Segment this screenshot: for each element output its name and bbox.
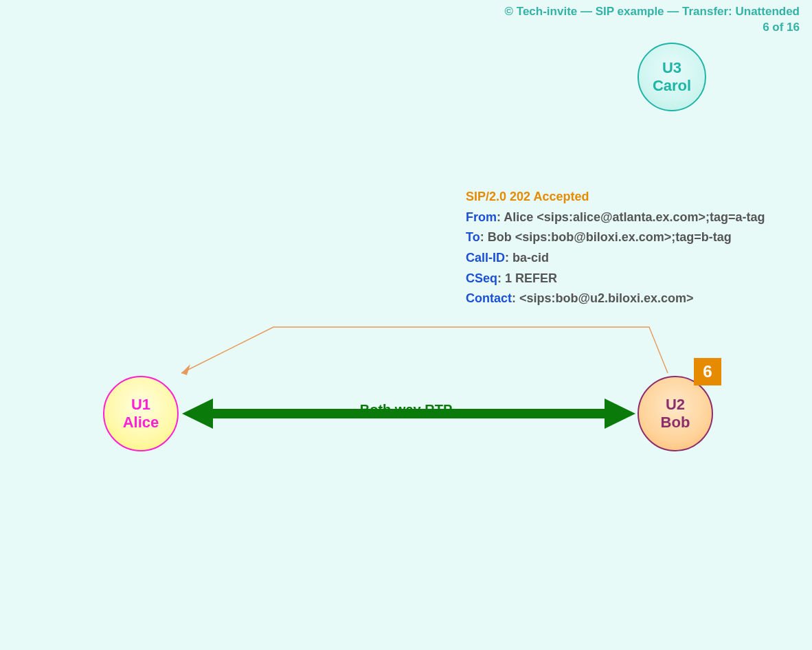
node-label: Carol [653,77,691,95]
header-title: © Tech-invite — SIP example — Transfer: … [505,4,800,20]
sip-header-key: To [466,230,480,244]
sip-header-key: From [466,210,497,224]
sip-header-row: Contact: <sips:bob@u2.biloxi.ex.com> [466,289,765,309]
sip-header-val: : Bob <sips:bob@biloxi.ex.com>;tag=b-tag [480,230,732,244]
sip-header-row: Call-ID: ba-cid [466,248,765,269]
sip-header-row: CSeq: 1 REFER [466,269,765,289]
header-page-count: 6 of 16 [505,20,800,36]
svg-marker-0 [181,364,190,375]
sip-header-val: : Alice <sips:alice@atlanta.ex.com>;tag=… [497,210,765,224]
sip-header-row: From: Alice <sips:alice@atlanta.ex.com>;… [466,208,765,228]
sip-header-key: CSeq [466,271,497,285]
sip-header-key: Contact [466,291,512,305]
step-number: 6 [703,362,712,381]
sip-header-val: : 1 REFER [497,271,557,285]
node-u3-carol: U3 Carol [638,43,706,111]
sip-header-key: Call-ID [466,251,505,265]
sip-header-val: : <sips:bob@u2.biloxi.ex.com> [512,291,694,305]
sip-header-val: : ba-cid [505,251,549,265]
sip-header-row: To: Bob <sips:bob@biloxi.ex.com>;tag=b-t… [466,227,765,248]
rtp-label: Both way RTP [0,402,812,418]
sip-message-block: SIP/2.0 202 Accepted From: Alice <sips:a… [466,187,765,309]
diagram-header: © Tech-invite — SIP example — Transfer: … [505,4,800,36]
sip-status-line: SIP/2.0 202 Accepted [466,187,765,208]
step-badge: 6 [694,358,721,385]
node-id: U3 [662,59,681,77]
